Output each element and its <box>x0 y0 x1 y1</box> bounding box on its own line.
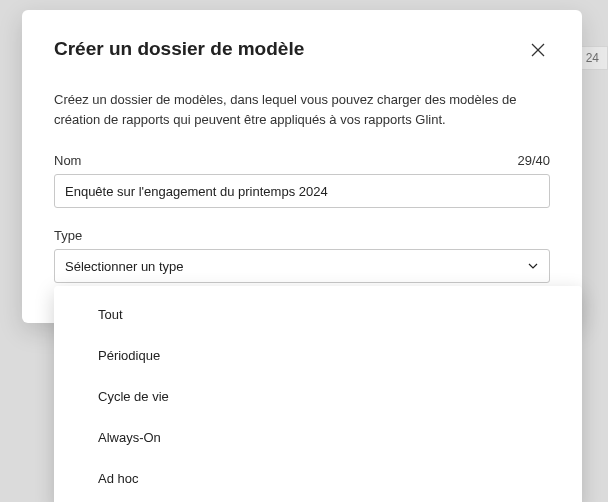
create-template-folder-modal: Créer un dossier de modèle Créez un doss… <box>22 10 582 323</box>
dropdown-option-tout[interactable]: Tout <box>54 294 582 335</box>
name-input[interactable] <box>54 174 550 208</box>
dropdown-option-cycle-de-vie[interactable]: Cycle de vie <box>54 376 582 417</box>
dropdown-option-periodique[interactable]: Périodique <box>54 335 582 376</box>
type-select-placeholder: Sélectionner un type <box>65 259 184 274</box>
name-field-row: Nom 29/40 <box>54 153 550 168</box>
name-char-count: 29/40 <box>517 153 550 168</box>
modal-description: Créez un dossier de modèles, dans lequel… <box>54 90 550 129</box>
close-button[interactable] <box>526 38 550 62</box>
modal-header: Créer un dossier de modèle <box>54 38 550 62</box>
type-select[interactable]: Sélectionner un type <box>54 249 550 283</box>
chevron-down-icon <box>527 260 539 272</box>
close-icon <box>531 43 545 57</box>
dropdown-option-ad-hoc[interactable]: Ad hoc <box>54 458 582 499</box>
name-label: Nom <box>54 153 81 168</box>
type-dropdown: Tout Périodique Cycle de vie Always-On A… <box>54 286 582 502</box>
dropdown-option-always-on[interactable]: Always-On <box>54 417 582 458</box>
modal-title: Créer un dossier de modèle <box>54 38 304 60</box>
type-label: Type <box>54 228 550 243</box>
